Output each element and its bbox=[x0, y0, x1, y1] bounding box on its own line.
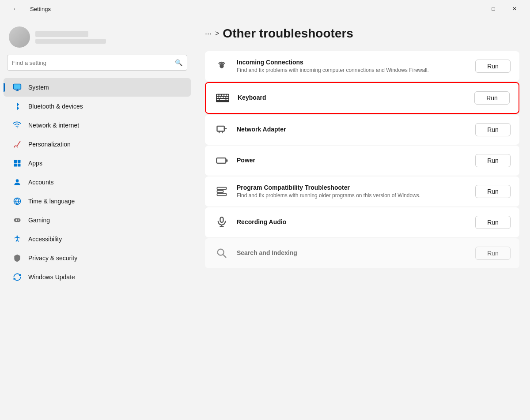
keyboard-icon bbox=[215, 90, 231, 106]
svg-rect-29 bbox=[226, 99, 228, 100]
svg-rect-18 bbox=[225, 95, 227, 96]
item-info-program-compat: Program Compatibility Troubleshooter Fin… bbox=[237, 184, 468, 199]
globe-icon bbox=[12, 196, 22, 206]
troubleshooter-item-incoming-connections: Incoming Connections Find and fix proble… bbox=[205, 51, 519, 81]
item-name: Incoming Connections bbox=[237, 59, 468, 66]
time-label: Time & language bbox=[28, 198, 75, 205]
sidebar-item-accounts[interactable]: Accounts bbox=[4, 173, 191, 191]
svg-rect-34 bbox=[217, 194, 227, 196]
system-label: System bbox=[28, 84, 49, 91]
svg-rect-13 bbox=[217, 95, 218, 96]
svg-rect-22 bbox=[220, 97, 222, 98]
troubleshooter-item-keyboard: Keyboard Run bbox=[205, 82, 519, 114]
search-icon: 🔍 bbox=[175, 59, 182, 66]
sidebar-item-gaming[interactable]: Gaming bbox=[4, 211, 191, 229]
sidebar-item-update[interactable]: Windows Update bbox=[4, 268, 191, 286]
user-info bbox=[35, 31, 106, 44]
privacy-label: Privacy & security bbox=[28, 255, 77, 262]
run-button-search-indexing[interactable]: Run bbox=[475, 247, 511, 260]
power-name: Power bbox=[237, 157, 468, 164]
minimize-button[interactable]: — bbox=[462, 2, 482, 16]
app-title: Settings bbox=[30, 6, 51, 12]
svg-point-11 bbox=[220, 65, 223, 68]
search-box[interactable]: 🔍 bbox=[7, 55, 187, 71]
search-input[interactable] bbox=[12, 60, 171, 66]
troubleshooter-item-search-indexing: Search and Indexing Run bbox=[205, 238, 519, 268]
svg-rect-20 bbox=[217, 97, 219, 98]
svg-point-5 bbox=[16, 179, 19, 182]
controller-icon bbox=[12, 215, 22, 225]
svg-rect-27 bbox=[217, 99, 219, 100]
close-button[interactable]: ✕ bbox=[504, 2, 525, 16]
gaming-label: Gaming bbox=[28, 217, 50, 224]
run-button-program-compat[interactable]: Run bbox=[475, 185, 511, 198]
window-controls: — □ ✕ bbox=[462, 2, 525, 16]
item-info-power: Power bbox=[237, 157, 468, 165]
svg-rect-23 bbox=[222, 97, 223, 98]
breadcrumb-dots[interactable]: ··· bbox=[205, 29, 212, 38]
recording-audio-name: Recording Audio bbox=[237, 218, 468, 225]
maximize-button[interactable]: □ bbox=[483, 2, 504, 16]
svg-rect-1 bbox=[14, 160, 17, 163]
titlebar-left: ← Settings bbox=[5, 2, 51, 16]
apps-label: Apps bbox=[28, 160, 42, 167]
sidebar-item-apps[interactable]: Apps bbox=[4, 154, 191, 172]
monitor-icon bbox=[12, 82, 22, 92]
sidebar-item-privacy[interactable]: Privacy & security bbox=[4, 249, 191, 267]
svg-rect-19 bbox=[227, 95, 228, 96]
program-compat-name: Program Compatibility Troubleshooter bbox=[237, 184, 468, 191]
shield-icon bbox=[12, 253, 22, 263]
network-adapter-icon bbox=[214, 122, 230, 138]
svg-rect-16 bbox=[222, 95, 223, 96]
troubleshooter-item-network-adapter: Network Adapter Run bbox=[205, 115, 519, 145]
personalization-label: Personalization bbox=[28, 141, 71, 148]
run-button-power[interactable]: Run bbox=[475, 154, 511, 167]
svg-rect-32 bbox=[217, 188, 227, 190]
svg-rect-35 bbox=[220, 217, 223, 222]
sidebar-item-bluetooth[interactable]: Bluetooth & devices bbox=[4, 97, 191, 116]
brush-icon bbox=[12, 139, 22, 149]
svg-rect-17 bbox=[223, 95, 225, 96]
nav-items: System Bluetooth & devices Network & int… bbox=[0, 78, 194, 420]
svg-rect-25 bbox=[226, 97, 227, 98]
svg-point-8 bbox=[19, 219, 19, 220]
svg-rect-3 bbox=[14, 164, 17, 167]
svg-rect-28 bbox=[220, 99, 225, 100]
run-button-recording-audio[interactable]: Run bbox=[475, 216, 511, 229]
page-title: Other troubleshooters bbox=[223, 26, 353, 41]
network-label: Network & internet bbox=[28, 122, 79, 129]
item-info-recording-audio: Recording Audio bbox=[237, 218, 468, 226]
wifi-signal-icon bbox=[214, 58, 230, 74]
app-container: 🔍 System Bluetooth bbox=[0, 18, 530, 420]
run-button-incoming[interactable]: Run bbox=[475, 60, 511, 73]
program-compat-description: Find and fix problems with running older… bbox=[237, 192, 468, 199]
update-label: Windows Update bbox=[28, 274, 75, 281]
wifi-icon bbox=[12, 120, 22, 130]
page-header: ··· > Other troubleshooters bbox=[205, 26, 519, 41]
item-info-search-indexing: Search and Indexing bbox=[237, 249, 468, 257]
user-profile bbox=[0, 18, 194, 55]
sidebar-item-network[interactable]: Network & internet bbox=[4, 116, 191, 135]
svg-point-9 bbox=[18, 220, 19, 221]
sidebar-item-system[interactable]: System bbox=[4, 78, 191, 97]
search-container: 🔍 bbox=[0, 55, 194, 78]
item-info-network-adapter: Network Adapter bbox=[237, 126, 468, 134]
svg-rect-0 bbox=[14, 84, 21, 90]
sidebar-item-personalization[interactable]: Personalization bbox=[4, 135, 191, 154]
item-info-keyboard: Keyboard bbox=[238, 94, 467, 102]
svg-rect-31 bbox=[216, 158, 226, 163]
accessibility-label: Accessibility bbox=[28, 236, 62, 243]
sidebar: 🔍 System Bluetooth bbox=[0, 18, 194, 420]
sidebar-item-accessibility[interactable]: Accessibility bbox=[4, 230, 191, 248]
user-name bbox=[35, 31, 88, 37]
svg-rect-30 bbox=[217, 126, 224, 131]
sidebar-item-time[interactable]: Time & language bbox=[4, 192, 191, 210]
troubleshooter-item-power: Power Run bbox=[205, 146, 519, 176]
compatibility-icon bbox=[214, 184, 230, 199]
run-button-network-adapter[interactable]: Run bbox=[475, 123, 511, 136]
svg-rect-24 bbox=[224, 97, 225, 98]
person-icon bbox=[12, 177, 22, 187]
back-button[interactable]: ← bbox=[5, 2, 26, 16]
bluetooth-icon bbox=[12, 101, 22, 111]
run-button-keyboard[interactable]: Run bbox=[474, 91, 510, 105]
